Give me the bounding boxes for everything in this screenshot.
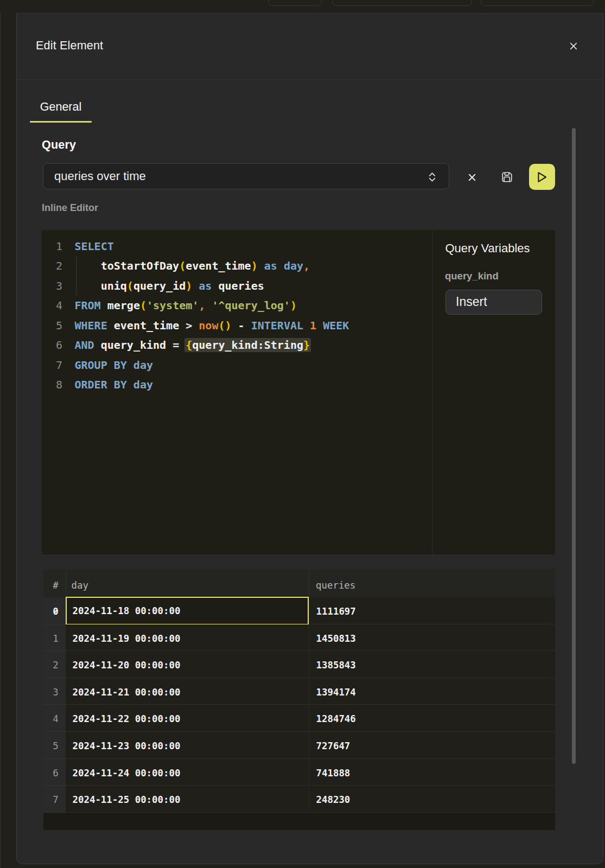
table-row-6[interactable]: 62024-11-24 00:00:00741888 — [43, 759, 555, 786]
query-parameter-chip: {query_kind:String} — [184, 338, 311, 352]
row-index-cell: 2 — [43, 651, 66, 678]
line-number: 7 — [42, 355, 62, 375]
table-row-4[interactable]: 42024-11-22 00:00:001284746 — [43, 705, 555, 732]
backdrop-panel-edge — [0, 13, 1, 868]
queries-cell[interactable]: 1284746 — [309, 705, 555, 732]
table-row-5[interactable]: 52024-11-23 00:00:00727647 — [43, 732, 555, 759]
day-cell[interactable]: 2024-11-23 00:00:00 — [66, 732, 309, 759]
row-index-cell: 0 — [43, 597, 66, 624]
close-icon — [567, 40, 580, 53]
edit-element-modal: Edit Element General Query queries over … — [16, 13, 603, 864]
line-number: 8 — [42, 375, 62, 394]
save-query-button[interactable] — [502, 172, 512, 182]
code-text: uniq(query_id) as queries — [75, 276, 264, 296]
query-variables-panel: Query Variables query_kind Insert — [432, 230, 555, 554]
code-text: SELECT — [75, 237, 114, 256]
code-text: AND query_kind = {query_kind:String} — [75, 335, 310, 355]
variable-name-label: query_kind — [445, 270, 499, 282]
sql-editor[interactable]: 1SELECT2 toStartOfDay(event_time) as day… — [42, 230, 555, 554]
queries-cell[interactable]: 1111697 — [309, 597, 555, 624]
modal-title: Edit Element — [36, 14, 103, 78]
save-icon — [502, 172, 512, 182]
code-line-4: 4FROM merge('system', '^query_log') — [42, 296, 432, 315]
queries-cell[interactable]: 248230 — [309, 786, 555, 813]
code-text: FROM merge('system', '^query_log') — [75, 296, 297, 315]
queries-cell[interactable]: 727647 — [309, 732, 555, 759]
code-text: GROUP BY day — [75, 355, 154, 375]
code-line-7: 7GROUP BY day — [42, 355, 432, 375]
backdrop-button-3 — [481, 0, 594, 6]
day-cell[interactable]: 2024-11-22 00:00:00 — [66, 705, 309, 732]
inline-editor-label: Inline Editor — [42, 202, 98, 214]
line-number: 2 — [42, 256, 62, 276]
day-cell[interactable]: 2024-11-25 00:00:00 — [66, 786, 309, 813]
play-icon — [536, 171, 547, 183]
code-line-6: 6AND query_kind = {query_kind:String} — [42, 335, 432, 355]
header-col-divider-2 — [309, 569, 309, 597]
code-line-1: 1SELECT — [42, 237, 432, 256]
tab-general[interactable]: General — [30, 92, 92, 123]
day-cell[interactable]: 2024-11-21 00:00:00 — [66, 678, 309, 705]
code-line-3: 3 uniq(query_id) as queries — [42, 276, 432, 296]
column-header-day: day — [72, 571, 88, 599]
code-line-5: 5WHERE event_time > now() - INTERVAL 1 W… — [42, 316, 432, 335]
line-number: 4 — [42, 296, 62, 315]
queries-cell[interactable]: 1385843 — [309, 651, 555, 678]
row-index-cell: 1 — [43, 624, 66, 652]
code-text: toStartOfDay(event_time) as day, — [75, 256, 310, 276]
code-text: ORDER BY day — [75, 375, 154, 394]
row-index-cell: 4 — [43, 705, 66, 732]
code-pane[interactable]: 1SELECT2 toStartOfDay(event_time) as day… — [42, 230, 432, 554]
results-table-header: # day queries — [43, 569, 555, 597]
line-number: 1 — [42, 237, 62, 256]
day-cell[interactable]: 2024-11-18 00:00:00 — [66, 597, 309, 625]
line-number: 5 — [42, 316, 62, 335]
close-button[interactable] — [567, 40, 580, 53]
line-number: 3 — [42, 276, 62, 296]
insert-variable-button[interactable]: Insert — [445, 290, 542, 315]
header-col-divider-1 — [66, 569, 66, 597]
results-table-empty-strip — [43, 813, 555, 830]
clear-query-button[interactable] — [468, 174, 476, 181]
day-cell[interactable]: 2024-11-19 00:00:00 — [66, 624, 309, 652]
table-row-3[interactable]: 32024-11-21 00:00:001394174 — [43, 678, 555, 705]
day-cell[interactable]: 2024-11-20 00:00:00 — [66, 651, 309, 678]
chevron-up-down-icon — [429, 172, 436, 183]
code-line-8: 8ORDER BY day — [42, 375, 432, 394]
run-query-button[interactable] — [529, 164, 555, 190]
results-table: # day queries 02024-11-18 00:00:00111169… — [43, 569, 555, 843]
code-text: WHERE event_time > now() - INTERVAL 1 WE… — [75, 316, 349, 335]
query-select-value: queries over time — [54, 164, 146, 189]
table-row-7[interactable]: 72024-11-25 00:00:00248230 — [43, 786, 555, 813]
backdrop-button-1 — [268, 0, 322, 6]
tab-general-label: General — [30, 100, 92, 114]
scrollbar-thumb[interactable] — [572, 128, 576, 764]
backdrop-button-2 — [332, 0, 472, 6]
row-index-cell: 3 — [43, 678, 66, 705]
queries-cell[interactable]: 1450813 — [309, 624, 555, 652]
day-cell[interactable]: 2024-11-24 00:00:00 — [66, 759, 309, 786]
column-header-index: # — [43, 571, 66, 599]
queries-cell[interactable]: 741888 — [309, 759, 555, 786]
tab-active-underline — [30, 121, 92, 123]
row-index-cell: 6 — [43, 759, 66, 786]
line-number: 6 — [42, 335, 62, 355]
query-variables-title: Query Variables — [445, 241, 530, 256]
queries-cell[interactable]: 1394174 — [309, 678, 555, 705]
query-select[interactable]: queries over time — [43, 163, 449, 189]
row-index-cell: 7 — [43, 786, 66, 813]
page: Edit Element General Query queries over … — [0, 0, 605, 868]
row-index-cell: 5 — [43, 732, 66, 759]
column-header-queries: queries — [316, 571, 355, 599]
query-section-title: Query — [42, 138, 76, 152]
header-divider — [17, 79, 603, 80]
clear-icon — [468, 174, 476, 181]
table-row-0[interactable]: 02024-11-18 00:00:001111697 — [43, 597, 555, 624]
code-line-2: 2 toStartOfDay(event_time) as day, — [42, 256, 432, 276]
table-row-2[interactable]: 22024-11-20 00:00:001385843 — [43, 651, 555, 678]
table-row-1[interactable]: 12024-11-19 00:00:001450813 — [43, 624, 555, 652]
modal-header: Edit Element — [17, 14, 603, 79]
